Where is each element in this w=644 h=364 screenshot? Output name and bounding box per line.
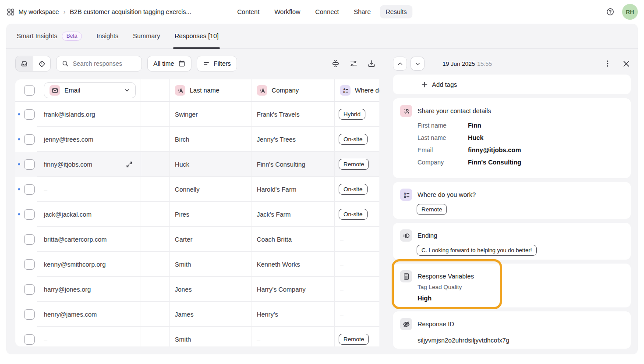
prev-response-button[interactable] [393, 57, 407, 71]
table-row[interactable]: harry@jones.org Jones Harry's Company – [15, 277, 379, 302]
expand-icon[interactable] [126, 161, 133, 168]
table-body: frank@islands.org Swinger Frank's Travel… [15, 102, 379, 346]
close-icon[interactable] [623, 60, 630, 68]
row-height-icon[interactable] [331, 59, 340, 68]
download-icon[interactable] [367, 59, 376, 68]
company-cell: Harry's Company [257, 286, 306, 293]
tab-responses-10-[interactable]: Responses [10] [174, 24, 219, 48]
top-nav-workflow[interactable]: Workflow [269, 5, 306, 18]
work-cell: On-site [334, 127, 379, 152]
ending-answer-tag: C. Looking forward to helping you do bet… [417, 245, 537, 256]
table-row[interactable]: kenny@smithcorp.org Smith Kenneth Works … [15, 252, 379, 277]
response-id-card: Response ID siljyvmjsn2o2uhrdsiljyvtdhco… [393, 311, 631, 349]
table-row[interactable]: henry@james.com James Henry's – [15, 302, 379, 327]
work-answer-tag: Remote [417, 204, 447, 215]
work-answer-tag: Remote [339, 159, 369, 170]
last-name-cell: Smith [175, 336, 191, 343]
work-column-label: Where do you work? [355, 87, 379, 94]
hidden-cell [141, 302, 169, 327]
panel-header: 19 Jun 202515:55 [393, 56, 630, 71]
filter-icon [203, 60, 210, 67]
hidden-cell [141, 127, 169, 152]
email-cell: britta@cartercorp.com [44, 236, 107, 243]
search-icon [62, 60, 69, 67]
row-checkbox[interactable] [24, 309, 35, 320]
date-range-button[interactable]: All time [147, 56, 191, 71]
response-variables-card: Response Variables Tag Lead Quality High [393, 264, 631, 307]
work-column-header[interactable]: A B Where do you work? [334, 79, 379, 101]
filters-button[interactable]: Filters [197, 56, 237, 71]
response-detail-panel: 19 Jun 202515:55 [386, 56, 638, 353]
next-response-button[interactable] [410, 57, 425, 71]
email-column-dropdown[interactable]: Email [44, 82, 136, 98]
table-row[interactable]: jenny@trees.com Birch Jenny's Trees On-s… [15, 127, 379, 152]
row-checkbox[interactable] [24, 159, 35, 170]
table-row[interactable]: – Connelly Harold's Farm On-site [15, 177, 379, 202]
date-range-label: All time [153, 60, 174, 67]
top-nav-content[interactable]: Content [231, 5, 265, 18]
top-bar: My workspace › B2B customer acquisition … [0, 0, 644, 24]
contact-field-label: First name [418, 122, 468, 129]
select-all-checkbox[interactable] [24, 85, 35, 96]
contact-icon [400, 105, 412, 117]
row-checkbox[interactable] [24, 134, 35, 145]
top-nav-share[interactable]: Share [348, 5, 377, 18]
unread-dot [18, 188, 20, 190]
row-checkbox[interactable] [24, 209, 35, 220]
row-checkbox[interactable] [24, 334, 35, 345]
ending-card: Ending C. Looking forward to helping you… [393, 223, 631, 260]
tab-summary[interactable]: Summary [133, 24, 160, 48]
last-name-column-label: Last name [190, 87, 219, 94]
row-checkbox[interactable] [24, 234, 35, 245]
variable-value: High [418, 295, 432, 302]
table-row[interactable]: – Smith – Remote [15, 327, 379, 346]
search-input[interactable] [73, 60, 136, 67]
help-icon[interactable] [606, 7, 615, 16]
table-row[interactable]: jack@jackal.com Pires Jack's Farm On-sit… [15, 202, 379, 227]
table-row[interactable]: frank@islands.org Swinger Frank's Travel… [15, 102, 379, 127]
tab-smart-insights[interactable]: Smart Insights Beta [17, 24, 82, 48]
company-cell: Harold's Farm [257, 186, 297, 193]
contact-field-row: First name Finn [418, 119, 624, 132]
contact-card-title: Share your contact details [418, 107, 491, 114]
email-cell: jack@jackal.com [44, 211, 92, 218]
contact-field-value: finny@itjobs.com [468, 146, 521, 153]
top-nav-connect[interactable]: Connect [310, 5, 345, 18]
row-checkbox[interactable] [24, 184, 35, 195]
add-tags-card[interactable]: Add tags [393, 75, 631, 94]
calculator-icon [400, 270, 412, 282]
last-name-cell: Swinger [175, 111, 198, 118]
top-right: RH [606, 0, 638, 24]
hidden-cell [141, 252, 169, 277]
form-title[interactable]: B2B customer acquisition tagging exercis… [70, 8, 191, 15]
company-column-header[interactable]: Company [251, 79, 334, 101]
email-cell: frank@islands.org [44, 111, 95, 118]
last-name-cell: Connelly [175, 186, 199, 193]
work-answer-tag: Remote [339, 334, 369, 345]
work-cell: On-site [334, 177, 379, 202]
row-checkbox[interactable] [24, 284, 35, 295]
hidden-cell [141, 177, 169, 202]
email-cell: henry@james.com [44, 311, 97, 318]
work-cell: On-site [334, 202, 379, 227]
row-checkbox[interactable] [24, 109, 35, 120]
workspace-grid-icon[interactable] [7, 8, 14, 16]
last-name-cell: Jones [175, 286, 192, 293]
workspace-link[interactable]: My workspace [18, 8, 59, 15]
contact-field-value: Finn [468, 122, 481, 129]
last-name-column-header[interactable]: Last name [169, 79, 251, 101]
table-row[interactable]: finny@itjobs.com Huck Finn's Consulting … [15, 152, 379, 177]
tab-insights[interactable]: Insights [96, 24, 118, 48]
email-cell: – [44, 336, 47, 343]
more-icon[interactable] [604, 60, 611, 68]
display-options-icon[interactable] [349, 59, 358, 68]
flagged-view-button[interactable] [33, 56, 50, 71]
breadcrumb: My workspace › B2B customer acquisition … [7, 0, 191, 24]
top-nav-results[interactable]: Results [380, 5, 412, 18]
work-cell: Hybrid [334, 102, 379, 127]
table-row[interactable]: britta@cartercorp.com Carter Coach Britt… [15, 227, 379, 252]
row-checkbox[interactable] [24, 259, 35, 270]
avatar[interactable]: RH [622, 4, 638, 20]
email-cell: jenny@trees.com [44, 136, 93, 143]
inbox-view-button[interactable] [16, 56, 33, 71]
